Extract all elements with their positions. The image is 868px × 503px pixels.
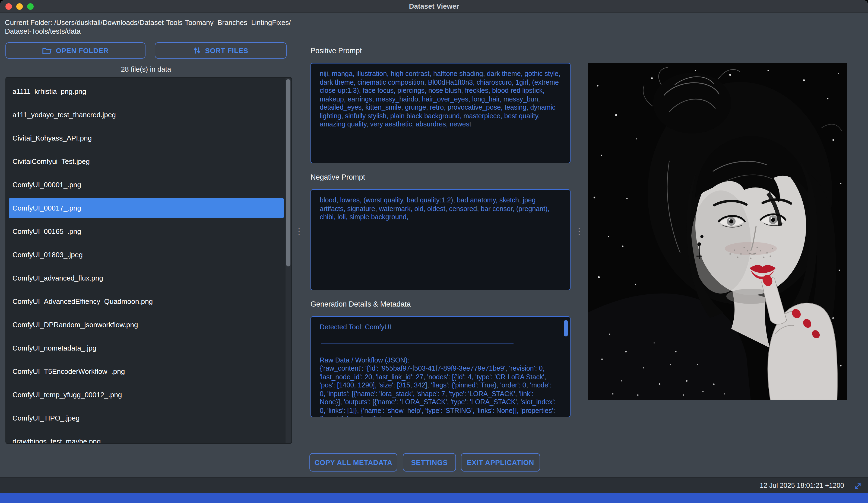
positive-prompt-label: Positive Prompt <box>310 47 362 55</box>
minimize-window-button[interactable] <box>16 3 23 10</box>
positive-prompt-box[interactable]: niji, manga, illustration, high contrast… <box>310 63 570 163</box>
negative-prompt-label: Negative Prompt <box>310 173 365 181</box>
file-list-item[interactable]: ComfyUI_advanced_flux.png <box>6 266 291 290</box>
image-preview-panel <box>588 63 847 400</box>
preview-image <box>588 63 847 400</box>
file-list-item[interactable]: drawthings_test_maybe.png <box>6 430 291 444</box>
resize-grip-icon[interactable] <box>853 482 861 492</box>
file-list: a1111_krhistia_png.png a111_yodayo_test_… <box>6 77 292 444</box>
file-list-item[interactable]: CivitaiComfyui_Test.jpeg <box>6 150 291 173</box>
file-list-item[interactable]: ComfyUI_nometadata_.jpg <box>6 336 291 360</box>
close-window-button[interactable] <box>6 3 12 10</box>
file-list-item[interactable]: ComfyUI_DPRandom_jsonworkflow.png <box>6 313 291 336</box>
sort-files-button[interactable]: SORT FILES <box>155 42 287 59</box>
file-list-scrollbar-thumb[interactable] <box>286 79 290 266</box>
settings-label: SETTINGS <box>411 458 448 467</box>
zoom-window-button[interactable] <box>27 3 34 10</box>
metadata-scrollbar-thumb[interactable] <box>564 320 568 336</box>
raw-data-text: {'raw_content': '{'id': '955baf97-f503-4… <box>320 365 557 417</box>
exit-application-label: EXIT APPLICATION <box>467 458 534 467</box>
open-folder-button[interactable]: OPEN FOLDER <box>6 42 145 59</box>
scale-wrapper: Dataset Viewer Current Folder: /Users/du… <box>0 0 868 503</box>
copy-all-metadata-button[interactable]: COPY ALL METADATA <box>309 453 397 472</box>
status-timestamp: 12 Jul 2025 18:01:21 +1200 <box>760 482 844 489</box>
file-list-item[interactable]: Civitai_Kohyass_API.png <box>6 126 291 150</box>
raw-data-title: Raw Data / Workflow (JSON): <box>320 356 557 365</box>
file-list-item[interactable]: a1111_krhistia_png.png <box>6 80 291 103</box>
splitter-handle-right[interactable]: ⋮ <box>577 223 582 240</box>
negative-prompt-text: blood, lowres, (worst quality, bad quali… <box>320 197 549 221</box>
file-list-item[interactable]: ComfyUI_T5EncoderWorkflow_.png <box>6 360 291 383</box>
file-list-scrollbar[interactable] <box>286 78 291 443</box>
file-count-label: 28 file(s) in data <box>6 65 287 73</box>
file-list-item[interactable]: ComfyUI_01803_.jpeg <box>6 243 291 266</box>
open-folder-label: OPEN FOLDER <box>56 46 108 54</box>
exit-application-button[interactable]: EXIT APPLICATION <box>461 453 540 472</box>
settings-button[interactable]: SETTINGS <box>403 453 456 472</box>
sort-files-label: SORT FILES <box>205 46 248 54</box>
dataset-viewer-window: Dataset Viewer Current Folder: /Users/du… <box>0 0 868 503</box>
metadata-label: Generation Details & Metadata <box>310 300 411 308</box>
file-list-item[interactable]: ComfyUI_temp_yfugg_00012_.png <box>6 383 291 406</box>
file-list-item[interactable]: ComfyUI_00165_.png <box>6 220 291 243</box>
sort-arrows-icon <box>193 47 200 54</box>
file-list-item[interactable]: ComfyUI_TIPO_.jpeg <box>6 406 291 430</box>
traffic-lights <box>6 3 34 10</box>
metadata-divider <box>321 343 514 343</box>
detected-tool-text: Detected Tool: ComfyUI <box>320 323 557 332</box>
metadata-box[interactable]: Detected Tool: ComfyUI Raw Data / Workfl… <box>310 316 570 417</box>
file-list-item[interactable]: a111_yodayo_test_thancred.jpeg <box>6 103 291 126</box>
file-list-item[interactable]: ComfyUI_AdvancedEffiency_Quadmoon.png <box>6 290 291 313</box>
folder-path-line1: Current Folder: /Users/duskfall/Download… <box>5 19 331 27</box>
status-bar: 12 Jul 2025 18:01:21 +1200 <box>0 477 868 493</box>
current-folder-path: Current Folder: /Users/duskfall/Download… <box>5 19 331 36</box>
file-list-item[interactable]: ComfyUI_00001_.png <box>6 173 291 197</box>
file-list-item-selected[interactable]: ComfyUI_00017_.png <box>6 197 291 220</box>
splitter-handle-left[interactable]: ⋮ <box>296 223 302 240</box>
bottom-accent-strip <box>0 493 868 503</box>
copy-all-metadata-label: COPY ALL METADATA <box>314 458 392 467</box>
folder-icon <box>42 47 52 54</box>
titlebar: Dataset Viewer <box>0 0 868 13</box>
positive-prompt-text: niji, manga, illustration, high contrast… <box>320 70 560 128</box>
folder-path-line2: Dataset-Tools/tests/data <box>5 27 331 36</box>
window-title: Dataset Viewer <box>409 2 459 10</box>
negative-prompt-box[interactable]: blood, lowres, (worst quality, bad quali… <box>310 189 570 290</box>
